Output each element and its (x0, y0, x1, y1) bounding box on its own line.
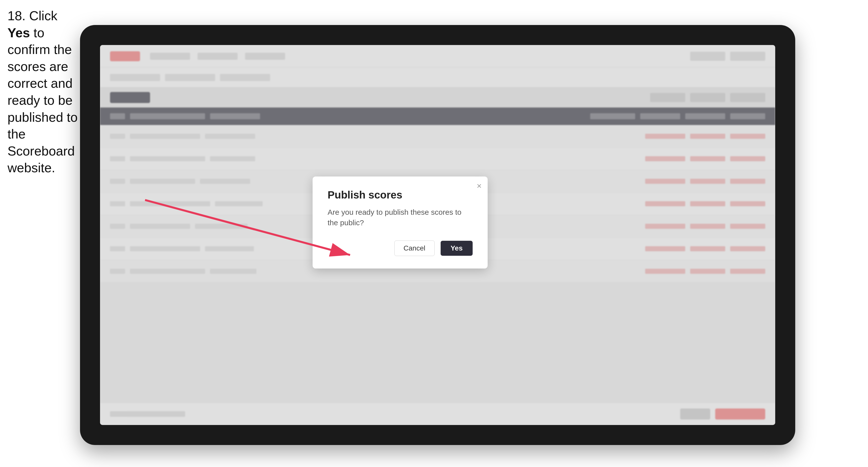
close-icon[interactable]: × (477, 182, 482, 190)
tablet-screen: × Publish scores Are you ready to publis… (100, 45, 775, 425)
modal-overlay: × Publish scores Are you ready to publis… (100, 45, 775, 425)
instruction-prefix: Click (29, 8, 58, 23)
dialog-message: Are you ready to publish these scores to… (328, 207, 473, 228)
instruction-text: 18. Click Yes to confirm the scores are … (7, 7, 80, 177)
tablet-device: × Publish scores Are you ready to publis… (80, 25, 795, 445)
step-number: 18. (7, 8, 26, 23)
dialog-title: Publish scores (328, 189, 473, 201)
cancel-button[interactable]: Cancel (394, 241, 435, 256)
yes-button[interactable]: Yes (441, 241, 473, 256)
instruction-bold: Yes (7, 26, 30, 40)
instruction-suffix: to confirm the scores are correct and re… (7, 26, 78, 175)
dialog-actions: Cancel Yes (328, 241, 473, 256)
publish-scores-dialog: × Publish scores Are you ready to publis… (313, 177, 488, 269)
